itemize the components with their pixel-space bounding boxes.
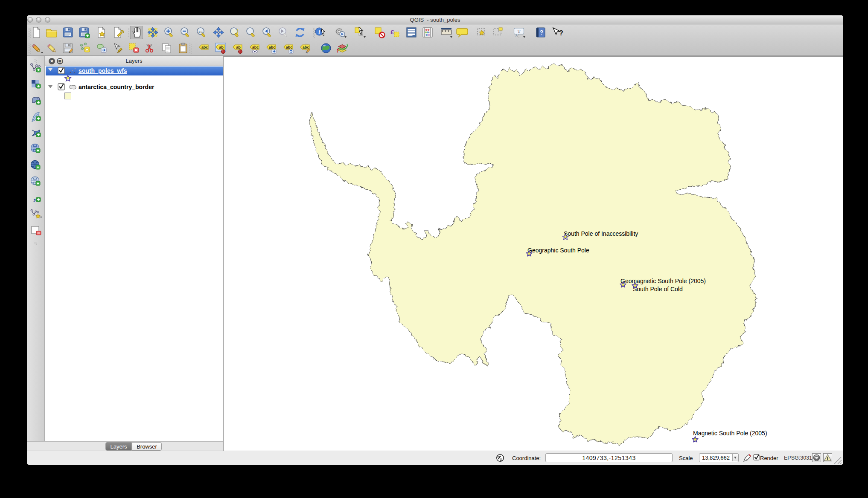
svg-text:abc: abc bbox=[269, 45, 276, 49]
svg-text:?: ? bbox=[559, 29, 563, 37]
svg-text:South Pole of Inaccessibility: South Pole of Inaccessibility bbox=[564, 230, 638, 237]
svg-text:Geographic South Pole: Geographic South Pole bbox=[527, 247, 589, 254]
svg-text:,: , bbox=[33, 192, 36, 203]
svg-text:Magnetic South Pole (2005): Magnetic South Pole (2005) bbox=[693, 430, 767, 437]
svg-text:?: ? bbox=[540, 29, 544, 36]
svg-text:i: i bbox=[318, 29, 320, 35]
svg-text:T: T bbox=[518, 29, 521, 34]
svg-text:Geomagnetic South Pole (2005): Geomagnetic South Pole (2005) bbox=[620, 278, 706, 284]
svg-text:abc: abc bbox=[303, 45, 309, 49]
svg-text:abc: abc bbox=[286, 45, 293, 49]
svg-text:abc: abc bbox=[201, 45, 208, 49]
svg-text:1:1: 1:1 bbox=[198, 30, 203, 34]
svg-text:ε: ε bbox=[390, 27, 394, 36]
svg-text:ab: ab bbox=[219, 45, 224, 49]
svg-text:ab: ab bbox=[236, 45, 241, 49]
svg-text:abc: abc bbox=[252, 45, 259, 49]
svg-text:South Pole of Cold: South Pole of Cold bbox=[633, 286, 683, 292]
